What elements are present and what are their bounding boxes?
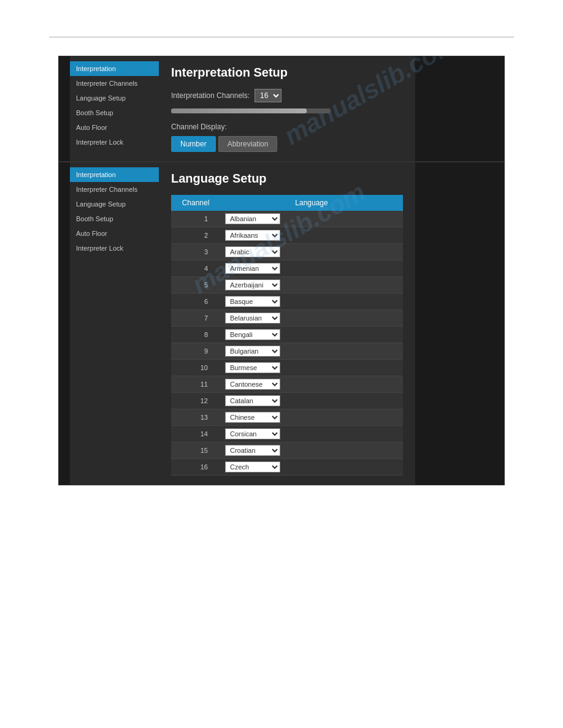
language-cell: Chinese — [220, 409, 403, 426]
language-header: Language — [220, 195, 403, 211]
channels-label: Interpretation Channels: — [171, 91, 250, 100]
slider-track — [171, 108, 331, 113]
slider-fill — [171, 108, 307, 113]
channels-select[interactable]: 16 8 4 — [255, 89, 282, 102]
language-select[interactable]: Burmese — [225, 362, 280, 373]
interpretation-setup-title: Interpretation Setup — [171, 66, 403, 80]
language-select[interactable]: Belarusian — [225, 313, 280, 324]
language-cell: Corsican — [220, 426, 403, 442]
channel-number: 5 — [171, 277, 220, 294]
language-cell: Bengali — [220, 327, 403, 343]
sidebar-item-language-setup-2[interactable]: Language Setup — [70, 197, 159, 211]
sidebar-item-interpreter-lock-1[interactable]: Interpreter Lock — [70, 135, 159, 150]
table-row: 13Chinese — [171, 409, 403, 426]
channel-display-buttons: Number Abbreviation — [171, 136, 403, 152]
channel-number: 11 — [171, 376, 220, 393]
language-select[interactable]: Bengali — [225, 329, 280, 340]
interpretation-setup-content: Interpretation Setup Interpretation Chan… — [159, 56, 415, 161]
language-select[interactable]: Croatian — [225, 445, 280, 456]
table-row: 6Basque — [171, 294, 403, 310]
language-select[interactable]: Chinese — [225, 412, 280, 423]
language-select[interactable]: Cantonese — [225, 379, 280, 390]
page-wrapper: manualslib.com Interpretation Interprete… — [0, 0, 563, 728]
channels-row: Interpretation Channels: 16 8 4 — [171, 89, 403, 102]
sidebar-item-interpreter-channels-1[interactable]: Interpreter Channels — [70, 76, 159, 91]
sidebar-item-auto-floor-2[interactable]: Auto Floor — [70, 226, 159, 241]
channel-number: 13 — [171, 409, 220, 426]
sidebar-item-interpreter-channels-2[interactable]: Interpreter Channels — [70, 182, 159, 197]
slider-container — [171, 108, 403, 113]
sidebar-item-interpreter-lock-2[interactable]: Interpreter Lock — [70, 241, 159, 256]
top-divider — [49, 37, 514, 37]
language-select[interactable]: Catalan — [225, 395, 280, 406]
language-select[interactable]: Czech — [225, 461, 280, 472]
sidebar-item-interpretation-1[interactable]: Interpretation — [70, 61, 159, 76]
language-select[interactable]: Basque — [225, 296, 280, 307]
bottom-sidebar: Interpretation Interpreter Channels Lang… — [70, 162, 159, 485]
language-cell: Armenian — [220, 260, 403, 277]
channel-number: 3 — [171, 244, 220, 260]
top-sidebar: Interpretation Interpreter Channels Lang… — [70, 56, 159, 161]
sidebar-item-language-setup-1[interactable]: Language Setup — [70, 91, 159, 105]
language-select[interactable]: Armenian — [225, 263, 280, 274]
channel-number: 16 — [171, 459, 220, 476]
table-row: 2Afrikaans — [171, 227, 403, 244]
bottom-right-gutter — [415, 162, 504, 485]
channel-header: Channel — [171, 195, 220, 211]
language-cell: Cantonese — [220, 376, 403, 393]
channel-display-label: Channel Display: — [171, 123, 403, 131]
number-button[interactable]: Number — [171, 136, 216, 152]
language-table: Channel Language 1Albanian2Afrikaans3Ara… — [171, 195, 403, 476]
language-cell: Burmese — [220, 360, 403, 376]
language-cell: Catalan — [220, 393, 403, 409]
channel-number: 6 — [171, 294, 220, 310]
sidebar-item-booth-setup-1[interactable]: Booth Setup — [70, 105, 159, 120]
language-cell: Czech — [220, 459, 403, 476]
sidebar-item-auto-floor-1[interactable]: Auto Floor — [70, 120, 159, 135]
table-row: 8Bengali — [171, 327, 403, 343]
table-row: 14Corsican — [171, 426, 403, 442]
sidebar-item-interpretation-2[interactable]: Interpretation — [70, 167, 159, 182]
table-row: 4Armenian — [171, 260, 403, 277]
table-row: 11Cantonese — [171, 376, 403, 393]
table-row: 3Arabic — [171, 244, 403, 260]
top-left-gutter — [59, 56, 70, 161]
language-cell: Bulgarian — [220, 343, 403, 360]
table-row: 7Belarusian — [171, 310, 403, 327]
main-container: manualslib.com Interpretation Interprete… — [58, 56, 505, 485]
language-select[interactable]: Azerbaijani — [225, 279, 280, 290]
interpretation-setup-panel: manualslib.com Interpretation Interprete… — [58, 56, 505, 162]
abbreviation-button[interactable]: Abbreviation — [218, 136, 278, 152]
language-cell: Albanian — [220, 211, 403, 227]
channel-number: 9 — [171, 343, 220, 360]
channel-number: 8 — [171, 327, 220, 343]
channel-number: 15 — [171, 442, 220, 459]
language-cell: Belarusian — [220, 310, 403, 327]
language-cell: Croatian — [220, 442, 403, 459]
language-select[interactable]: Albanian — [225, 213, 280, 224]
table-row: 15Croatian — [171, 442, 403, 459]
top-right-gutter — [415, 56, 504, 161]
channel-number: 4 — [171, 260, 220, 277]
channel-number: 7 — [171, 310, 220, 327]
table-row: 16Czech — [171, 459, 403, 476]
language-select[interactable]: Arabic — [225, 246, 280, 257]
table-row: 9Bulgarian — [171, 343, 403, 360]
language-cell: Basque — [220, 294, 403, 310]
language-select[interactable]: Corsican — [225, 428, 280, 439]
table-row: 10Burmese — [171, 360, 403, 376]
table-row: 1Albanian — [171, 211, 403, 227]
bottom-left-gutter — [59, 162, 70, 485]
language-select[interactable]: Bulgarian — [225, 346, 280, 357]
language-cell: Afrikaans — [220, 227, 403, 244]
language-setup-panel: manualslib.com Interpretation Interprete… — [58, 162, 505, 485]
language-select[interactable]: Afrikaans — [225, 230, 280, 241]
channel-number: 2 — [171, 227, 220, 244]
channel-number: 10 — [171, 360, 220, 376]
language-setup-content: Language Setup Channel Language 1Albania… — [159, 162, 415, 485]
language-cell: Azerbaijani — [220, 277, 403, 294]
language-cell: Arabic — [220, 244, 403, 260]
table-row: 12Catalan — [171, 393, 403, 409]
sidebar-item-booth-setup-2[interactable]: Booth Setup — [70, 211, 159, 226]
channel-number: 14 — [171, 426, 220, 442]
